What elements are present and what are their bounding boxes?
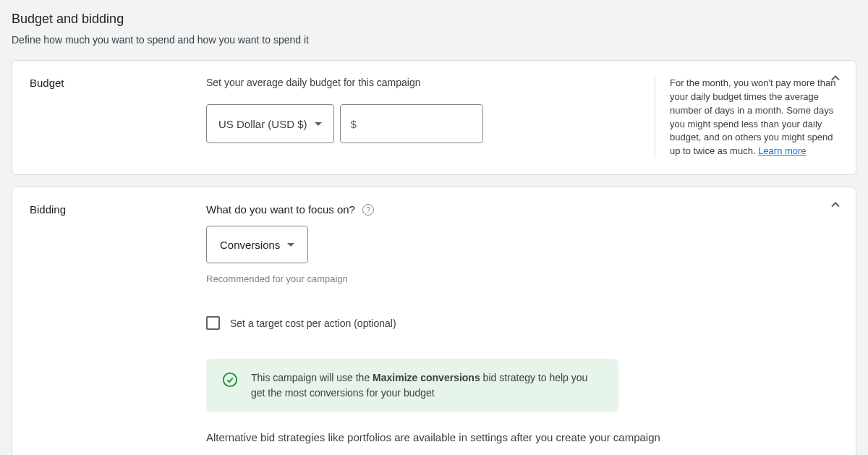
focus-dropdown-label: Conversions bbox=[220, 239, 280, 251]
chevron-up-icon bbox=[828, 71, 843, 85]
check-circle-icon bbox=[222, 372, 238, 391]
collapse-bidding-button[interactable] bbox=[828, 197, 843, 215]
help-icon[interactable]: ? bbox=[362, 204, 374, 216]
budget-amount-container[interactable]: $ bbox=[340, 104, 483, 143]
currency-prefix: $ bbox=[351, 118, 357, 130]
learn-more-link[interactable]: Learn more bbox=[758, 145, 806, 156]
bidding-card: Bidding What do you want to focus on? ? … bbox=[12, 187, 856, 455]
budget-section-name: Budget bbox=[30, 77, 206, 89]
collapse-budget-button[interactable] bbox=[828, 71, 843, 88]
strategy-banner-text: This campaign will use the Maximize conv… bbox=[251, 370, 603, 401]
target-cpa-row: Set a target cost per action (optional) bbox=[206, 316, 795, 330]
recommended-text: Recommended for your campaign bbox=[206, 273, 795, 284]
chevron-up-icon bbox=[828, 197, 843, 212]
caret-down-icon bbox=[287, 243, 294, 247]
strategy-banner: This campaign will use the Maximize conv… bbox=[206, 359, 618, 412]
alternative-text: Alternative bid strategies like portfoli… bbox=[206, 431, 795, 443]
budget-info-text: For the month, you won't pay more than y… bbox=[670, 77, 835, 156]
budget-amount-input[interactable] bbox=[362, 118, 472, 130]
caret-down-icon bbox=[315, 122, 322, 126]
page-subtitle: Define how much you want to spend and ho… bbox=[12, 34, 856, 46]
budget-card: Budget Set your average daily budget for… bbox=[12, 60, 856, 175]
currency-dropdown[interactable]: US Dollar (USD $) bbox=[206, 104, 334, 143]
target-cpa-checkbox[interactable] bbox=[206, 316, 220, 330]
currency-dropdown-label: US Dollar (USD $) bbox=[218, 118, 307, 130]
bidding-section-name: Bidding bbox=[30, 203, 206, 216]
budget-info-sidebar: For the month, you won't pay more than y… bbox=[655, 77, 838, 158]
target-cpa-label: Set a target cost per action (optional) bbox=[230, 318, 396, 329]
focus-dropdown[interactable]: Conversions bbox=[206, 226, 308, 263]
svg-point-0 bbox=[224, 373, 237, 386]
budget-label: Set your average daily budget for this c… bbox=[206, 77, 646, 88]
focus-label-row: What do you want to focus on? ? bbox=[206, 203, 795, 216]
page-title: Budget and bidding bbox=[12, 12, 856, 27]
focus-label: What do you want to focus on? bbox=[206, 203, 355, 216]
